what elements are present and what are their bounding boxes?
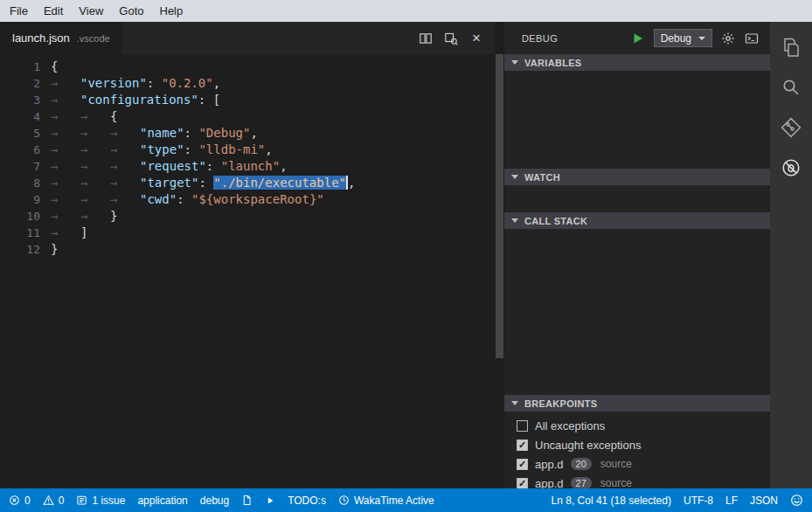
code-token: "${workspaceRoot}" [191, 192, 324, 206]
code-line-3[interactable]: 3→"configurations": [ [0, 92, 495, 108]
code-token: "0.2.0" [162, 76, 213, 90]
explorer-icon [780, 36, 802, 59]
code-line-8[interactable]: 8→→→"target": "./bin/executable", [0, 175, 495, 191]
status-item-feedback[interactable] [790, 488, 803, 512]
line-number: 12 [0, 241, 40, 258]
split-editor-button[interactable] [416, 29, 435, 48]
code-token: "name" [140, 126, 184, 140]
status-item-issues[interactable]: 1 issue [76, 488, 125, 512]
code-line-2[interactable]: 2→"version": "0.2.0", [0, 75, 495, 92]
whitespace-tab-arrow: → [110, 125, 140, 142]
close-icon[interactable]: × [467, 29, 486, 48]
section-header-variables[interactable]: VARIABLES [504, 54, 770, 71]
activity-item-search[interactable] [770, 67, 812, 107]
section-header-watch[interactable]: WATCH [504, 169, 770, 185]
breakpoint-checkbox[interactable] [517, 478, 528, 489]
line-content: →→→"target": "./bin/executable", [40, 175, 355, 191]
configure-gear-icon[interactable] [720, 31, 736, 46]
code-token: } [51, 242, 58, 256]
code-token: { [110, 109, 117, 123]
activity-item-debug[interactable] [770, 148, 812, 188]
breakpoint-item[interactable]: app.d20source [504, 454, 770, 474]
whitespace-tab-arrow: → [110, 142, 140, 158]
vscode-window: FileEditViewGotoHelp launch.json .vscode… [0, 0, 812, 512]
status-item-cursor-position[interactable]: Ln 8, Col 41 (18 selected) [552, 488, 671, 512]
breakpoint-item[interactable]: app.d27source [504, 474, 770, 488]
line-number-badge: 20 [571, 458, 592, 470]
whitespace-tab-arrow: → [51, 225, 80, 241]
status-bar-right: Ln 8, Col 41 (18 selected)UTF-8LFJSON [552, 488, 803, 512]
status-text: Ln 8, Col 41 (18 selected) [552, 495, 671, 507]
code-line-1[interactable]: 1{ [0, 59, 495, 75]
whitespace-tab-arrow: → [51, 108, 80, 125]
code-token: "target" [140, 176, 198, 190]
start-debug-button[interactable] [630, 31, 646, 46]
code-line-6[interactable]: 6→→→"type": "lldb-mi", [0, 142, 495, 158]
code-line-11[interactable]: 11→] [0, 225, 495, 241]
status-item-file-indicator[interactable] [241, 488, 253, 512]
menu-bar: FileEditViewGotoHelp [0, 0, 812, 22]
whitespace-tab-arrow: → [51, 125, 80, 142]
activity-item-source-control[interactable] [770, 107, 812, 148]
code-line-12[interactable]: 12} [0, 241, 495, 258]
breakpoint-item[interactable]: All exceptions [504, 416, 770, 435]
code-line-10[interactable]: 10→→} [0, 208, 495, 225]
status-item-encoding[interactable]: UTF-8 [684, 488, 713, 512]
status-item-warnings[interactable]: 0 [43, 488, 65, 512]
status-text: debug [200, 495, 229, 507]
status-item-errors[interactable]: 0 [9, 488, 31, 512]
menu-item-edit[interactable]: Edit [36, 2, 71, 20]
code-token: , [348, 176, 355, 190]
activity-item-explorer[interactable] [770, 27, 812, 67]
section-header-breakpoints[interactable]: BREAKPOINTS [504, 395, 770, 412]
open-preview-button[interactable] [441, 29, 461, 48]
code-line-7[interactable]: 7→→→"request": "launch", [0, 158, 495, 175]
status-text: JSON [750, 495, 778, 507]
status-bar: 001 issueapplicationdebugTODO:sWakaTime … [0, 488, 812, 512]
breakpoint-checkbox[interactable] [517, 439, 528, 451]
code-line-9[interactable]: 9→→→"cwd": "${workspaceRoot}" [0, 191, 495, 208]
debug-controls: Debug [630, 29, 760, 47]
breakpoint-label: app.d [535, 477, 564, 489]
debug-config-dropdown[interactable]: Debug [654, 29, 712, 47]
breakpoint-label: All exceptions [535, 419, 605, 432]
menu-item-view[interactable]: View [71, 2, 111, 20]
menu-item-help[interactable]: Help [152, 2, 191, 20]
status-item-todos[interactable]: TODO:s [288, 488, 326, 512]
code-line-4[interactable]: 4→→{ [0, 108, 495, 125]
code-token: , [265, 142, 272, 156]
whitespace-tab-arrow: → [80, 142, 110, 158]
code-line-5[interactable]: 5→→→"name": "Debug", [0, 125, 495, 142]
code-editor[interactable]: 1{2→"version": "0.2.0",3→"configurations… [0, 54, 495, 488]
status-item-run-indicator[interactable] [265, 488, 275, 512]
line-content: →→→"request": "launch", [40, 158, 288, 175]
editor-scrollbar[interactable] [495, 22, 504, 488]
line-number: 1 [0, 59, 40, 75]
breakpoint-checkbox[interactable] [517, 459, 528, 470]
line-number-badge: 27 [571, 477, 592, 488]
breakpoint-label: app.d [535, 458, 564, 471]
code-token: , [213, 76, 220, 90]
line-content: →→{ [40, 108, 117, 125]
chevron-down-icon [511, 175, 518, 179]
status-item-debug-config[interactable]: debug [200, 488, 229, 512]
breakpoint-label: Uncaught exceptions [535, 439, 641, 452]
chevron-down-icon [511, 401, 518, 405]
status-item-language-mode[interactable]: JSON [750, 488, 778, 512]
breakpoint-item[interactable]: Uncaught exceptions [504, 435, 770, 454]
scrollbar-thumb[interactable] [496, 54, 503, 358]
clock-icon [338, 495, 350, 506]
whitespace-tab-arrow: → [51, 158, 80, 175]
menu-item-file[interactable]: File [2, 2, 36, 20]
section-header-call-stack[interactable]: CALL STACK [504, 212, 770, 229]
code-token: "lldb-mi" [198, 142, 265, 156]
tab-launch-json[interactable]: launch.json .vscode [0, 22, 122, 54]
debug-console-icon[interactable] [744, 31, 760, 46]
debug-config-value: Debug [661, 32, 691, 45]
menu-item-goto[interactable]: Goto [111, 2, 151, 20]
status-item-application[interactable]: application [137, 488, 187, 512]
whitespace-tab-arrow: → [51, 142, 80, 158]
breakpoint-checkbox[interactable] [517, 420, 528, 432]
status-item-wakatime[interactable]: WakaTime Active [338, 488, 434, 512]
status-item-eol[interactable]: LF [725, 488, 738, 512]
